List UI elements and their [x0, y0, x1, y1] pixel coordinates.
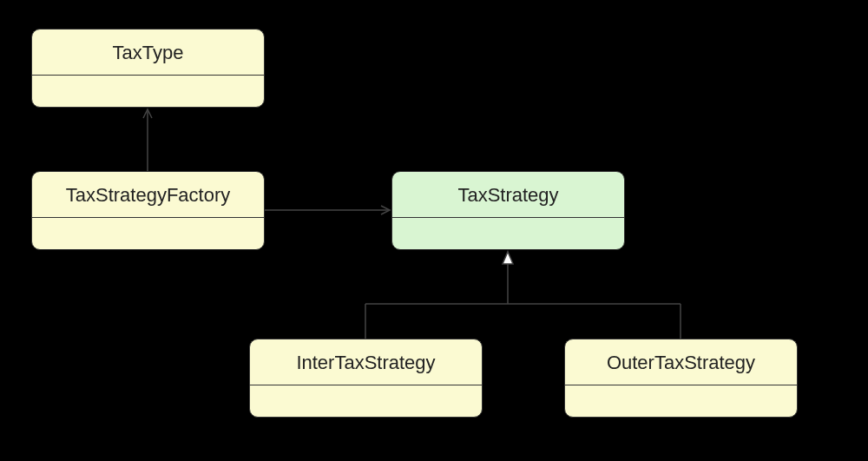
class-tax-strategy-factory[interactable]: TaxStrategyFactory — [31, 171, 265, 250]
class-body — [565, 385, 797, 418]
class-body — [32, 218, 264, 250]
class-body — [392, 218, 624, 250]
class-name-label: InterTaxStrategy — [250, 339, 482, 385]
class-name-label: OuterTaxStrategy — [565, 339, 797, 385]
class-tax-type[interactable]: TaxType — [31, 29, 265, 108]
class-name-label: TaxType — [32, 30, 264, 76]
class-name-label: TaxStrategy — [392, 172, 624, 218]
class-tax-strategy[interactable]: TaxStrategy — [391, 171, 625, 250]
class-body — [32, 76, 264, 108]
class-name-label: TaxStrategyFactory — [32, 172, 264, 218]
class-body — [250, 385, 482, 418]
class-outer-tax-strategy[interactable]: OuterTaxStrategy — [564, 339, 798, 418]
class-inter-tax-strategy[interactable]: InterTaxStrategy — [249, 339, 483, 418]
